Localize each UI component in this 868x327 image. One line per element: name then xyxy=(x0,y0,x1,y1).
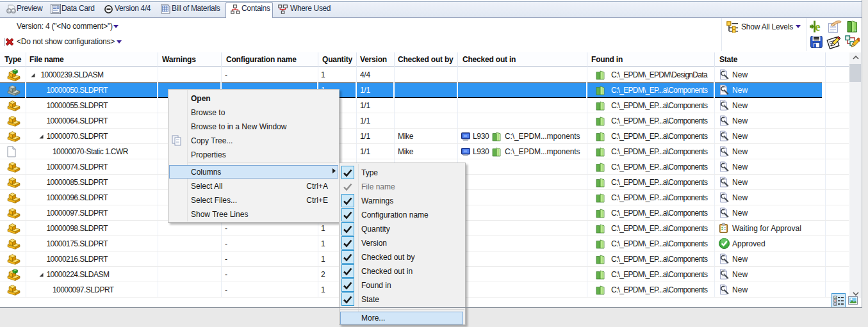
svg-text:e: e xyxy=(815,20,821,33)
